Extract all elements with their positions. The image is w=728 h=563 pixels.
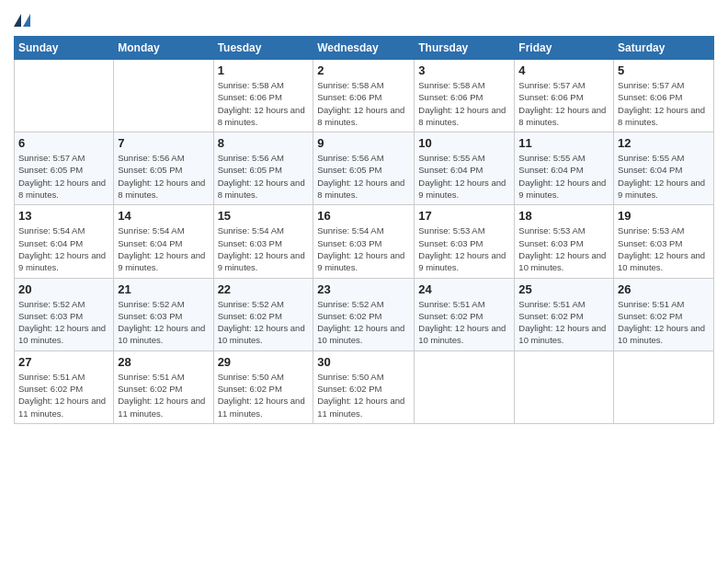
day-info: Sunrise: 5:56 AM Sunset: 6:05 PM Dayligh… <box>118 152 209 201</box>
day-info: Sunrise: 5:50 AM Sunset: 6:02 PM Dayligh… <box>218 371 310 419</box>
calendar-cell <box>114 60 213 132</box>
header-tuesday: Tuesday <box>213 37 313 60</box>
day-number: 19 <box>618 209 710 223</box>
calendar-cell: 9Sunrise: 5:56 AM Sunset: 6:05 PM Daylig… <box>313 132 415 205</box>
calendar-cell: 12Sunrise: 5:55 AM Sunset: 6:04 PM Dayli… <box>614 132 714 205</box>
week-row-3: 13Sunrise: 5:54 AM Sunset: 6:04 PM Dayli… <box>15 205 714 278</box>
day-info: Sunrise: 5:55 AM Sunset: 6:04 PM Dayligh… <box>518 152 609 201</box>
calendar-cell: 7Sunrise: 5:56 AM Sunset: 6:05 PM Daylig… <box>114 132 213 205</box>
day-number: 8 <box>218 136 310 150</box>
week-row-5: 27Sunrise: 5:51 AM Sunset: 6:02 PM Dayli… <box>15 350 714 423</box>
day-info: Sunrise: 5:57 AM Sunset: 6:05 PM Dayligh… <box>18 152 109 201</box>
calendar-cell: 14Sunrise: 5:54 AM Sunset: 6:04 PM Dayli… <box>114 205 213 278</box>
day-info: Sunrise: 5:51 AM Sunset: 6:02 PM Dayligh… <box>618 298 710 347</box>
calendar-cell <box>515 350 614 423</box>
day-info: Sunrise: 5:52 AM Sunset: 6:02 PM Dayligh… <box>317 298 410 347</box>
calendar-cell: 5Sunrise: 5:57 AM Sunset: 6:06 PM Daylig… <box>614 60 714 132</box>
day-number: 6 <box>18 136 109 150</box>
day-number: 30 <box>317 355 410 369</box>
calendar-cell: 6Sunrise: 5:57 AM Sunset: 6:05 PM Daylig… <box>15 132 114 205</box>
day-number: 7 <box>118 136 209 150</box>
day-info: Sunrise: 5:51 AM Sunset: 6:02 PM Dayligh… <box>518 298 609 347</box>
day-info: Sunrise: 5:53 AM Sunset: 6:03 PM Dayligh… <box>418 224 510 273</box>
day-info: Sunrise: 5:58 AM Sunset: 6:06 PM Dayligh… <box>218 79 310 128</box>
day-number: 24 <box>418 282 510 296</box>
header-monday: Monday <box>114 37 213 60</box>
calendar-cell: 1Sunrise: 5:58 AM Sunset: 6:06 PM Daylig… <box>213 60 313 132</box>
day-number: 21 <box>118 282 209 296</box>
calendar-cell: 21Sunrise: 5:52 AM Sunset: 6:03 PM Dayli… <box>114 278 213 350</box>
calendar-cell: 4Sunrise: 5:57 AM Sunset: 6:06 PM Daylig… <box>515 60 614 132</box>
day-info: Sunrise: 5:54 AM Sunset: 6:04 PM Dayligh… <box>118 224 209 273</box>
day-number: 1 <box>218 63 310 77</box>
day-info: Sunrise: 5:52 AM Sunset: 6:03 PM Dayligh… <box>118 298 209 347</box>
day-number: 11 <box>518 136 609 150</box>
day-info: Sunrise: 5:58 AM Sunset: 6:06 PM Dayligh… <box>418 79 510 128</box>
day-info: Sunrise: 5:52 AM Sunset: 6:03 PM Dayligh… <box>18 298 109 347</box>
calendar-cell: 24Sunrise: 5:51 AM Sunset: 6:02 PM Dayli… <box>415 278 515 350</box>
calendar-cell: 30Sunrise: 5:50 AM Sunset: 6:02 PM Dayli… <box>313 350 415 423</box>
day-number: 27 <box>18 355 109 369</box>
calendar-cell: 13Sunrise: 5:54 AM Sunset: 6:04 PM Dayli… <box>15 205 114 278</box>
calendar-cell <box>15 60 114 132</box>
calendar-cell: 22Sunrise: 5:52 AM Sunset: 6:02 PM Dayli… <box>213 278 313 350</box>
calendar-cell: 16Sunrise: 5:54 AM Sunset: 6:03 PM Dayli… <box>313 205 415 278</box>
day-info: Sunrise: 5:55 AM Sunset: 6:04 PM Dayligh… <box>618 152 710 201</box>
day-number: 14 <box>118 209 209 223</box>
day-number: 16 <box>317 209 410 223</box>
calendar-cell: 10Sunrise: 5:55 AM Sunset: 6:04 PM Dayli… <box>415 132 515 205</box>
day-number: 17 <box>418 209 510 223</box>
calendar-cell: 3Sunrise: 5:58 AM Sunset: 6:06 PM Daylig… <box>415 60 515 132</box>
header <box>14 14 714 29</box>
day-info: Sunrise: 5:52 AM Sunset: 6:02 PM Dayligh… <box>218 298 310 347</box>
day-info: Sunrise: 5:58 AM Sunset: 6:06 PM Dayligh… <box>317 79 410 128</box>
day-info: Sunrise: 5:56 AM Sunset: 6:05 PM Dayligh… <box>317 152 410 201</box>
day-number: 5 <box>618 63 710 77</box>
day-number: 2 <box>317 63 410 77</box>
calendar-cell: 18Sunrise: 5:53 AM Sunset: 6:03 PM Dayli… <box>515 205 614 278</box>
calendar-header-row: SundayMondayTuesdayWednesdayThursdayFrid… <box>15 37 714 60</box>
day-info: Sunrise: 5:51 AM Sunset: 6:02 PM Dayligh… <box>18 371 109 419</box>
day-number: 28 <box>118 355 209 369</box>
calendar-cell: 8Sunrise: 5:56 AM Sunset: 6:05 PM Daylig… <box>213 132 313 205</box>
calendar-cell: 19Sunrise: 5:53 AM Sunset: 6:03 PM Dayli… <box>614 205 714 278</box>
day-number: 26 <box>618 282 710 296</box>
day-number: 25 <box>518 282 609 296</box>
header-saturday: Saturday <box>614 37 714 60</box>
header-wednesday: Wednesday <box>313 37 415 60</box>
calendar-cell: 27Sunrise: 5:51 AM Sunset: 6:02 PM Dayli… <box>15 350 114 423</box>
week-row-2: 6Sunrise: 5:57 AM Sunset: 6:05 PM Daylig… <box>15 132 714 205</box>
day-info: Sunrise: 5:55 AM Sunset: 6:04 PM Dayligh… <box>418 152 510 201</box>
header-friday: Friday <box>515 37 614 60</box>
calendar-table: SundayMondayTuesdayWednesdayThursdayFrid… <box>14 36 714 424</box>
day-info: Sunrise: 5:57 AM Sunset: 6:06 PM Dayligh… <box>518 79 609 128</box>
calendar-cell: 20Sunrise: 5:52 AM Sunset: 6:03 PM Dayli… <box>15 278 114 350</box>
day-info: Sunrise: 5:53 AM Sunset: 6:03 PM Dayligh… <box>518 224 609 273</box>
logo <box>14 14 30 29</box>
day-info: Sunrise: 5:51 AM Sunset: 6:02 PM Dayligh… <box>418 298 510 347</box>
calendar-cell: 26Sunrise: 5:51 AM Sunset: 6:02 PM Dayli… <box>614 278 714 350</box>
calendar-cell: 17Sunrise: 5:53 AM Sunset: 6:03 PM Dayli… <box>415 205 515 278</box>
day-number: 4 <box>518 63 609 77</box>
calendar-cell: 29Sunrise: 5:50 AM Sunset: 6:02 PM Dayli… <box>213 350 313 423</box>
day-info: Sunrise: 5:50 AM Sunset: 6:02 PM Dayligh… <box>317 371 410 419</box>
logo-triangle-dark <box>14 14 21 27</box>
day-info: Sunrise: 5:54 AM Sunset: 6:03 PM Dayligh… <box>317 224 410 273</box>
header-sunday: Sunday <box>15 37 114 60</box>
day-number: 9 <box>317 136 410 150</box>
day-number: 22 <box>218 282 310 296</box>
day-number: 10 <box>418 136 510 150</box>
week-row-4: 20Sunrise: 5:52 AM Sunset: 6:03 PM Dayli… <box>15 278 714 350</box>
day-number: 20 <box>18 282 109 296</box>
day-info: Sunrise: 5:54 AM Sunset: 6:03 PM Dayligh… <box>218 224 310 273</box>
day-number: 23 <box>317 282 410 296</box>
day-number: 3 <box>418 63 510 77</box>
day-info: Sunrise: 5:54 AM Sunset: 6:04 PM Dayligh… <box>18 224 109 273</box>
day-number: 15 <box>218 209 310 223</box>
day-info: Sunrise: 5:57 AM Sunset: 6:06 PM Dayligh… <box>618 79 710 128</box>
calendar-page: SundayMondayTuesdayWednesdayThursdayFrid… <box>0 0 728 563</box>
calendar-cell <box>614 350 714 423</box>
calendar-cell: 11Sunrise: 5:55 AM Sunset: 6:04 PM Dayli… <box>515 132 614 205</box>
day-number: 29 <box>218 355 310 369</box>
calendar-cell: 23Sunrise: 5:52 AM Sunset: 6:02 PM Dayli… <box>313 278 415 350</box>
